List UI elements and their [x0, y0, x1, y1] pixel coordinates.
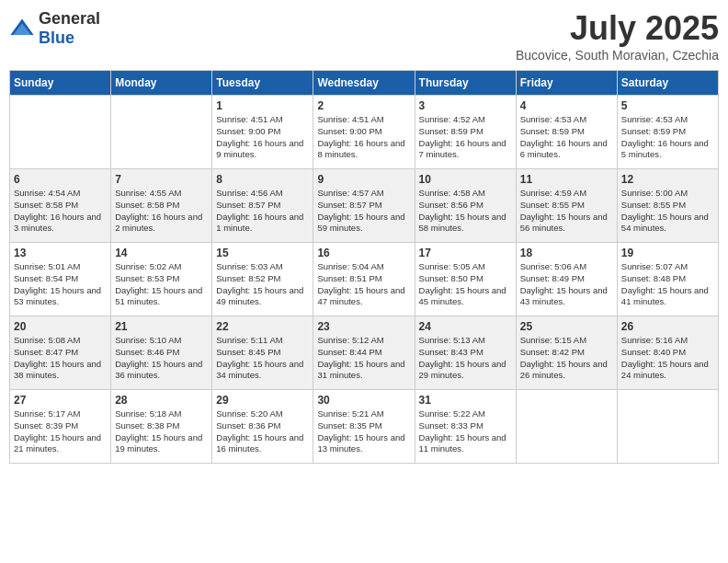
calendar-week-4: 27Sunrise: 5:17 AM Sunset: 8:39 PM Dayli… [10, 390, 719, 464]
day-info: Sunrise: 5:16 AM Sunset: 8:40 PM Dayligh… [621, 335, 714, 382]
day-info: Sunrise: 5:05 AM Sunset: 8:50 PM Dayligh… [419, 261, 512, 308]
day-info: Sunrise: 4:53 AM Sunset: 8:59 PM Dayligh… [520, 114, 613, 161]
logo-general: General [39, 9, 100, 28]
day-info: Sunrise: 5:01 AM Sunset: 8:54 PM Dayligh… [14, 261, 107, 308]
day-info: Sunrise: 5:13 AM Sunset: 8:43 PM Dayligh… [419, 335, 512, 382]
day-number: 30 [317, 394, 410, 407]
table-row: 20Sunrise: 5:08 AM Sunset: 8:47 PM Dayli… [10, 316, 111, 390]
day-info: Sunrise: 4:56 AM Sunset: 8:57 PM Dayligh… [216, 188, 309, 235]
day-info: Sunrise: 4:54 AM Sunset: 8:58 PM Dayligh… [14, 188, 107, 235]
day-number: 13 [14, 247, 107, 259]
day-number: 22 [216, 320, 309, 333]
table-row: 23Sunrise: 5:12 AM Sunset: 8:44 PM Dayli… [313, 316, 415, 390]
day-number: 14 [115, 247, 208, 259]
page-header: General Blue July 2025 Bucovice, South M… [9, 9, 719, 63]
table-row: 13Sunrise: 5:01 AM Sunset: 8:54 PM Dayli… [10, 243, 111, 316]
table-row [111, 96, 212, 169]
day-info: Sunrise: 5:08 AM Sunset: 8:47 PM Dayligh… [14, 335, 107, 382]
calendar-week-2: 13Sunrise: 5:01 AM Sunset: 8:54 PM Dayli… [10, 243, 719, 316]
logo: General Blue [9, 9, 100, 48]
day-number: 26 [621, 320, 714, 333]
day-number: 3 [419, 99, 512, 112]
day-info: Sunrise: 5:18 AM Sunset: 8:38 PM Dayligh… [115, 408, 208, 455]
table-row: 3Sunrise: 4:52 AM Sunset: 8:59 PM Daylig… [415, 96, 516, 169]
table-row [516, 390, 617, 464]
day-number: 20 [14, 320, 107, 333]
day-number: 31 [419, 394, 512, 407]
day-info: Sunrise: 4:52 AM Sunset: 8:59 PM Dayligh… [419, 114, 512, 161]
location-subtitle: Bucovice, South Moravian, Czechia [516, 48, 719, 63]
table-row [617, 390, 718, 464]
col-monday: Monday [111, 71, 212, 96]
day-info: Sunrise: 5:07 AM Sunset: 8:48 PM Dayligh… [621, 261, 714, 308]
day-info: Sunrise: 5:00 AM Sunset: 8:55 PM Dayligh… [621, 188, 714, 235]
table-row: 1Sunrise: 4:51 AM Sunset: 9:00 PM Daylig… [212, 96, 313, 169]
title-block: July 2025 Bucovice, South Moravian, Czec… [516, 9, 719, 63]
table-row: 27Sunrise: 5:17 AM Sunset: 8:39 PM Dayli… [10, 390, 111, 464]
day-number: 9 [317, 173, 410, 186]
day-number: 28 [115, 394, 208, 407]
day-info: Sunrise: 4:55 AM Sunset: 8:58 PM Dayligh… [115, 188, 208, 235]
table-row: 24Sunrise: 5:13 AM Sunset: 8:43 PM Dayli… [415, 316, 516, 390]
day-info: Sunrise: 5:11 AM Sunset: 8:45 PM Dayligh… [216, 335, 309, 382]
table-row: 21Sunrise: 5:10 AM Sunset: 8:46 PM Dayli… [111, 316, 212, 390]
table-row: 5Sunrise: 4:53 AM Sunset: 8:59 PM Daylig… [617, 96, 718, 169]
day-info: Sunrise: 5:06 AM Sunset: 8:49 PM Dayligh… [520, 261, 613, 308]
header-row: Sunday Monday Tuesday Wednesday Thursday… [10, 71, 719, 96]
day-number: 18 [520, 247, 613, 259]
table-row: 29Sunrise: 5:20 AM Sunset: 8:36 PM Dayli… [212, 390, 313, 464]
table-row [10, 96, 111, 169]
table-row: 14Sunrise: 5:02 AM Sunset: 8:53 PM Dayli… [111, 243, 212, 316]
table-row: 6Sunrise: 4:54 AM Sunset: 8:58 PM Daylig… [10, 169, 111, 243]
day-number: 25 [520, 320, 613, 333]
day-info: Sunrise: 5:17 AM Sunset: 8:39 PM Dayligh… [14, 408, 107, 455]
logo-icon [9, 16, 35, 41]
day-number: 27 [14, 394, 107, 407]
day-number: 29 [216, 394, 309, 407]
day-number: 7 [115, 173, 208, 186]
day-info: Sunrise: 5:20 AM Sunset: 8:36 PM Dayligh… [216, 408, 309, 455]
table-row: 15Sunrise: 5:03 AM Sunset: 8:52 PM Dayli… [212, 243, 313, 316]
day-info: Sunrise: 5:10 AM Sunset: 8:46 PM Dayligh… [115, 335, 208, 382]
day-info: Sunrise: 4:53 AM Sunset: 8:59 PM Dayligh… [621, 114, 714, 161]
day-number: 19 [621, 247, 714, 259]
calendar-week-0: 1Sunrise: 4:51 AM Sunset: 9:00 PM Daylig… [10, 96, 719, 169]
day-info: Sunrise: 5:15 AM Sunset: 8:42 PM Dayligh… [520, 335, 613, 382]
day-info: Sunrise: 5:22 AM Sunset: 8:33 PM Dayligh… [419, 408, 512, 455]
table-row: 7Sunrise: 4:55 AM Sunset: 8:58 PM Daylig… [111, 169, 212, 243]
table-row: 10Sunrise: 4:58 AM Sunset: 8:56 PM Dayli… [415, 169, 516, 243]
day-number: 11 [520, 173, 613, 186]
logo-blue: Blue [39, 29, 74, 47]
day-number: 1 [216, 99, 309, 112]
day-number: 21 [115, 320, 208, 333]
day-info: Sunrise: 4:51 AM Sunset: 9:00 PM Dayligh… [216, 114, 309, 161]
table-row: 18Sunrise: 5:06 AM Sunset: 8:49 PM Dayli… [516, 243, 617, 316]
table-row: 30Sunrise: 5:21 AM Sunset: 8:35 PM Dayli… [313, 390, 415, 464]
col-wednesday: Wednesday [313, 71, 415, 96]
table-row: 2Sunrise: 4:51 AM Sunset: 9:00 PM Daylig… [313, 96, 415, 169]
day-info: Sunrise: 5:12 AM Sunset: 8:44 PM Dayligh… [317, 335, 410, 382]
day-number: 2 [317, 99, 410, 112]
table-row: 26Sunrise: 5:16 AM Sunset: 8:40 PM Dayli… [617, 316, 718, 390]
day-number: 4 [520, 99, 613, 112]
col-tuesday: Tuesday [212, 71, 313, 96]
day-number: 8 [216, 173, 309, 186]
table-row: 19Sunrise: 5:07 AM Sunset: 8:48 PM Dayli… [617, 243, 718, 316]
day-info: Sunrise: 4:57 AM Sunset: 8:57 PM Dayligh… [317, 188, 410, 235]
table-row: 25Sunrise: 5:15 AM Sunset: 8:42 PM Dayli… [516, 316, 617, 390]
col-friday: Friday [516, 71, 617, 96]
table-row: 4Sunrise: 4:53 AM Sunset: 8:59 PM Daylig… [516, 96, 617, 169]
day-info: Sunrise: 4:59 AM Sunset: 8:55 PM Dayligh… [520, 188, 613, 235]
col-sunday: Sunday [10, 71, 111, 96]
day-info: Sunrise: 5:03 AM Sunset: 8:52 PM Dayligh… [216, 261, 309, 308]
table-row: 12Sunrise: 5:00 AM Sunset: 8:55 PM Dayli… [617, 169, 718, 243]
col-thursday: Thursday [415, 71, 516, 96]
table-row: 22Sunrise: 5:11 AM Sunset: 8:45 PM Dayli… [212, 316, 313, 390]
day-number: 6 [14, 173, 107, 186]
col-saturday: Saturday [617, 71, 718, 96]
logo-text: General Blue [39, 9, 100, 48]
day-number: 15 [216, 247, 309, 259]
day-number: 5 [621, 99, 714, 112]
day-info: Sunrise: 4:51 AM Sunset: 9:00 PM Dayligh… [317, 114, 410, 161]
day-number: 17 [419, 247, 512, 259]
